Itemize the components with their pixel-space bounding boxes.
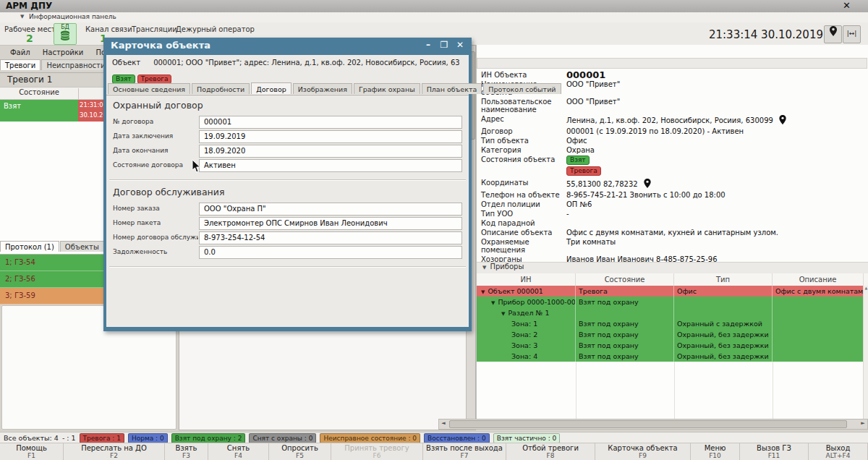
detail-row: Договор000001 (с 19.09.2019 по 18.09.202…: [481, 127, 861, 135]
table-row[interactable]: ▼Раздел № 1: [477, 307, 864, 318]
section-title: Охранный договор: [113, 100, 203, 111]
contract-start-field[interactable]: 19.09.2019: [199, 130, 462, 143]
collapse-icon: ▼: [20, 14, 24, 20]
contract-state-field[interactable]: Активен: [199, 159, 462, 172]
devices-section-header[interactable]: ▼Приборы: [477, 262, 868, 274]
tab-general[interactable]: Основные сведения: [108, 83, 190, 94]
table-row[interactable]: ▼Прибор 0000-1000-0000 Взят под охрану: [477, 297, 864, 307]
vertical-scrollbar[interactable]: ▲: [863, 286, 868, 429]
detail-row: Телефон на объекте8-965-745-21-21 Звонит…: [481, 191, 861, 199]
arm-button[interactable]: ВзятьF3: [165, 443, 208, 460]
location-pin-icon[interactable]: [644, 179, 651, 189]
tab-images[interactable]: Изображения: [293, 83, 352, 94]
detail-row: Тип объектаОфис: [481, 137, 861, 145]
menu-file[interactable]: Файл: [10, 48, 30, 56]
function-key-bar: ПомощьF1 Переслать на ДОF2 ВзятьF3 Снять…: [0, 443, 868, 460]
datetime-display: 21:33:14 30.10.2019: [709, 28, 823, 41]
tab-detailed[interactable]: Подробности: [192, 83, 250, 94]
forward-to-do-button[interactable]: Переслать на ДОF2: [64, 443, 165, 460]
state-column-header[interactable]: Состояние: [0, 88, 79, 99]
scroll-up-icon[interactable]: ▲: [865, 286, 868, 290]
dialog-body: Объект000001; ООО "Привет"; адрес: Ленин…: [106, 55, 469, 327]
expand-icon[interactable]: ▼: [481, 289, 485, 295]
object-value: 000001; ООО "Привет"; адрес: Ленина, д.1…: [153, 59, 459, 67]
package-number-field[interactable]: Электромонтер ОПС Смирнов Иван Леонидови…: [199, 217, 462, 230]
tab-objects[interactable]: Объекты: [60, 241, 104, 252]
horizontal-scrollbar[interactable]: ◄ ►: [438, 419, 868, 430]
alarm-cancel-button[interactable]: Отбой тревогиF8: [506, 443, 595, 460]
expand-icon[interactable]: ▼: [491, 300, 495, 306]
alarms-title: Тревоги 1: [7, 74, 52, 85]
contract-number-field[interactable]: 000001: [199, 116, 462, 129]
form-field: Дата окончания18.09.2020: [106, 145, 469, 159]
table-row[interactable]: Зона: 1 Взят под охрануОхранный с задерж…: [477, 318, 864, 329]
detail-row: АдресЛенина, д.1, кв.оф. 202, Новосибирс…: [481, 115, 861, 126]
window-close-icon[interactable]: ✕: [843, 0, 851, 11]
tab-guard-schedule[interactable]: График охраны: [354, 83, 420, 94]
table-row[interactable]: Зона: 3 Взят под охрануОхранный, без зад…: [477, 340, 864, 351]
column-header[interactable]: Описание: [773, 273, 864, 286]
location-pin-icon[interactable]: [779, 115, 786, 126]
tab-protocol[interactable]: Протокол (1): [0, 241, 59, 252]
object-card-fkey-button[interactable]: Карточка объектаF9: [595, 443, 691, 460]
arm-after-exit-button[interactable]: Взять после выходаF7: [423, 443, 506, 460]
poll-button[interactable]: ОпроситьF5: [269, 443, 331, 460]
detail-label: Тип УОО: [481, 210, 566, 218]
info-panel-header[interactable]: ▼ Информационная панель: [0, 12, 868, 23]
detail-value: 000001 (с 19.09.2019 по 18.09.2020) - Ак…: [566, 127, 857, 135]
tab-alarms[interactable]: Тревоги: [0, 59, 41, 70]
fit-width-button[interactable]: |↔|: [843, 25, 861, 43]
minimize-icon[interactable]: –: [422, 40, 434, 50]
field-label: Дата окончания: [113, 147, 198, 154]
expand-icon[interactable]: ▼: [501, 311, 505, 317]
service-contract-field[interactable]: 8-973-254-12-54: [199, 231, 462, 244]
status-badge: Взят: [566, 156, 590, 165]
menu-button[interactable]: МенюF10: [691, 443, 740, 460]
location-pin-icon: [830, 26, 837, 36]
scrollbar-thumb[interactable]: [449, 420, 847, 428]
scroll-right-icon[interactable]: ►: [859, 419, 867, 427]
form-field: Номер заказаООО "Охрана П": [106, 203, 469, 217]
table-row[interactable]: ▼Объект 000001 ТревогаОфисОфис с двумя к…: [477, 286, 864, 297]
detail-label: Координаты: [481, 179, 566, 187]
map-pin-button[interactable]: [824, 25, 842, 43]
workplace-value: 2: [26, 33, 33, 44]
tab-event-log[interactable]: Протокол событий: [483, 83, 561, 94]
debt-field[interactable]: 0.0: [199, 246, 462, 259]
table-row[interactable]: Зона: 2 Взят под охрануОхранный, без зад…: [477, 329, 864, 340]
app-title: АРМ ДПУ: [6, 1, 52, 11]
maximize-icon[interactable]: ❐: [438, 40, 450, 50]
detail-row: КатегорияОхрана: [481, 146, 861, 154]
detail-label: Адрес: [481, 115, 566, 123]
contract-end-field[interactable]: 18.09.2020: [199, 145, 462, 158]
scroll-left-icon[interactable]: ◄: [439, 419, 448, 427]
field-label: № договора: [113, 118, 198, 125]
disarm-button[interactable]: СнятьF4: [208, 443, 269, 460]
detail-row: Описание объектаОфис с двумя комнатами, …: [481, 229, 861, 237]
column-header[interactable]: Тип: [674, 273, 773, 286]
devices-table: ИН Состояние Тип Описание ▼Объект 000001…: [477, 273, 868, 429]
close-icon[interactable]: ✕: [454, 40, 466, 50]
column-header[interactable]: Состояние: [576, 273, 674, 286]
tab-object-plan[interactable]: План объекта: [422, 83, 482, 94]
db-status-indicator[interactable]: БД: [54, 23, 77, 45]
help-button[interactable]: ПомощьF1: [0, 443, 64, 460]
column-header[interactable]: ИН: [477, 273, 576, 286]
table-row[interactable]: Зона: 4 Взят под охрануОхранный, без зад…: [477, 351, 864, 362]
detail-value: ООО "Привет": [566, 80, 857, 88]
form-field: Состояние договораАктивен: [106, 159, 469, 174]
total-objects: Все объекты: 4: [4, 434, 59, 442]
call-gz-button[interactable]: Вызов ГЗF11: [740, 443, 809, 460]
database-icon: [60, 30, 70, 41]
exit-button[interactable]: ВыходALT+F4: [809, 443, 868, 460]
status-badge: Тревога: [566, 166, 601, 176]
details-section-bar[interactable]: [477, 58, 867, 69]
status-badge: Снят с охраны : 0: [249, 433, 316, 443]
order-number-field[interactable]: ООО "Охрана П": [199, 203, 462, 216]
tab-faults[interactable]: Неисправности: [41, 59, 110, 70]
dialog-titlebar[interactable]: Карточка объекта – ❐ ✕: [103, 38, 472, 55]
channel-label: Канал связи: [85, 25, 132, 33]
tab-contract[interactable]: Договор: [251, 82, 291, 94]
menu-settings[interactable]: Настройки: [43, 48, 83, 56]
detail-value: Офис: [566, 137, 857, 145]
